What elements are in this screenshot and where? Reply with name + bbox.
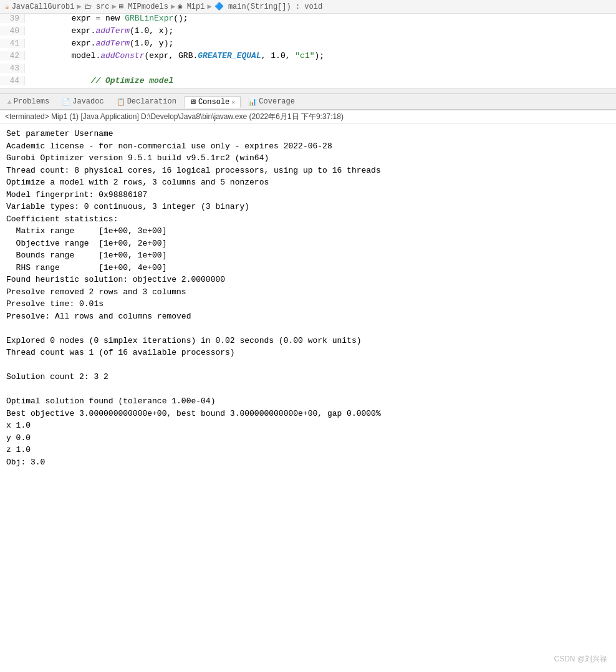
problems-icon: ⚠ bbox=[7, 98, 12, 106]
breadcrumb-src: 🗁 src bbox=[84, 2, 110, 11]
console-line: Optimize a model with 2 rows, 3 columns … bbox=[6, 176, 610, 189]
console-line: Explored 0 nodes (0 simplex iterations) … bbox=[6, 335, 610, 347]
tab-console[interactable]: 🖥 Console ✕ bbox=[184, 96, 241, 108]
console-line: x 1.0 bbox=[6, 420, 610, 432]
tab-declaration[interactable]: 📋 Declaration bbox=[112, 96, 181, 107]
tab-coverage-label: Coverage bbox=[259, 97, 295, 106]
console-badge: ✕ bbox=[231, 98, 235, 106]
console-line: Variable types: 0 continuous, 3 integer … bbox=[6, 201, 610, 213]
console-line: Found heuristic solution: objective 2.00… bbox=[6, 274, 610, 286]
console-line: z 1.0 bbox=[6, 444, 610, 456]
watermark-text: CSDN @刘兴禄 bbox=[554, 655, 607, 663]
code-line-40: 40 expr.addTerm(1.0, x); bbox=[0, 26, 616, 39]
tab-declaration-label: Declaration bbox=[127, 97, 176, 106]
breadcrumb-method: 🔷 main(String[]) : void bbox=[214, 2, 322, 11]
tab-problems-label: Problems bbox=[14, 97, 50, 106]
tab-javadoc-label: Javadoc bbox=[72, 97, 103, 106]
console-line: Objective range [1e+00, 2e+00] bbox=[6, 238, 610, 250]
coverage-icon: 📊 bbox=[248, 98, 257, 106]
ide-window: ☕ JavaCallGurobi ▶ 🗁 src ▶ ⊞ MIPmodels ▶… bbox=[0, 0, 616, 672]
breadcrumb-class: ◉ Mip1 bbox=[178, 2, 205, 11]
javadoc-icon: 📄 bbox=[62, 98, 70, 106]
terminated-text: <terminated> Mip1 (1) [Java Application]… bbox=[5, 112, 344, 121]
console-line: Presolve removed 2 rows and 3 columns bbox=[6, 286, 610, 299]
tab-problems[interactable]: ⚠ Problems bbox=[2, 96, 54, 107]
console-icon: 🖥 bbox=[190, 98, 196, 106]
console-line: Optimal solution found (tolerance 1.00e-… bbox=[6, 395, 610, 408]
console-line: Thread count was 1 (of 16 available proc… bbox=[6, 347, 610, 359]
console-line: Thread count: 8 physical cores, 16 logic… bbox=[6, 165, 610, 177]
console-line: Matrix range [1e+00, 3e+00] bbox=[6, 225, 610, 238]
console-line: Obj: 3.0 bbox=[6, 456, 610, 469]
console-line: Model fingerprint: 0x98886187 bbox=[6, 189, 610, 201]
console-line bbox=[6, 359, 610, 372]
tab-coverage[interactable]: 📊 Coverage bbox=[243, 96, 300, 107]
console-line: Solution count 2: 3 2 bbox=[6, 371, 610, 383]
console-line: Best objective 3.000000000000e+00, best … bbox=[6, 408, 610, 420]
code-area: 39 expr = new GRBLinExpr(); 40 expr.addT… bbox=[0, 14, 616, 89]
console-line: RHS range [1e+00, 4e+00] bbox=[6, 262, 610, 274]
console-line bbox=[6, 322, 610, 335]
java-icon: ☕ bbox=[5, 2, 9, 11]
breadcrumb-bar: ☕ JavaCallGurobi ▶ 🗁 src ▶ ⊞ MIPmodels ▶… bbox=[0, 0, 616, 14]
code-line-42: 42 model.addConstr(expr, GRB.GREATER_EQU… bbox=[0, 51, 616, 64]
console-line: Coefficient statistics: bbox=[6, 213, 610, 226]
tab-javadoc[interactable]: 📄 Javadoc bbox=[57, 96, 108, 107]
console-line: Set parameter Username bbox=[6, 128, 610, 140]
console-line: Academic license - for non-commercial us… bbox=[6, 140, 610, 153]
breadcrumb-project: JavaCallGurobi bbox=[12, 2, 75, 11]
code-line-44: 44 // Optimize model bbox=[0, 76, 616, 89]
console-line: Gurobi Optimizer version 9.5.1 build v9.… bbox=[6, 152, 610, 165]
code-line-43: 43 bbox=[0, 64, 616, 76]
console-line: Presolve: All rows and columns removed bbox=[6, 310, 610, 323]
code-scrollbar[interactable] bbox=[0, 89, 616, 94]
tabs-bar: ⚠ Problems 📄 Javadoc 📋 Declaration 🖥 Con… bbox=[0, 94, 616, 110]
console-output[interactable]: Set parameter Username Academic license … bbox=[0, 124, 616, 672]
console-line: Bounds range [1e+00, 1e+00] bbox=[6, 249, 610, 262]
tab-console-label: Console bbox=[198, 98, 229, 107]
code-line-39: 39 expr = new GRBLinExpr(); bbox=[0, 14, 616, 26]
code-line-41: 41 expr.addTerm(1.0, y); bbox=[0, 39, 616, 51]
terminated-bar: <terminated> Mip1 (1) [Java Application]… bbox=[0, 110, 616, 124]
console-line: Presolve time: 0.01s bbox=[6, 298, 610, 310]
console-line: y 0.0 bbox=[6, 432, 610, 444]
watermark: CSDN @刘兴禄 bbox=[554, 654, 607, 665]
breadcrumb-package: ⊞ MIPmodels bbox=[119, 2, 168, 11]
declaration-icon: 📋 bbox=[117, 98, 125, 106]
console-line bbox=[6, 383, 610, 396]
